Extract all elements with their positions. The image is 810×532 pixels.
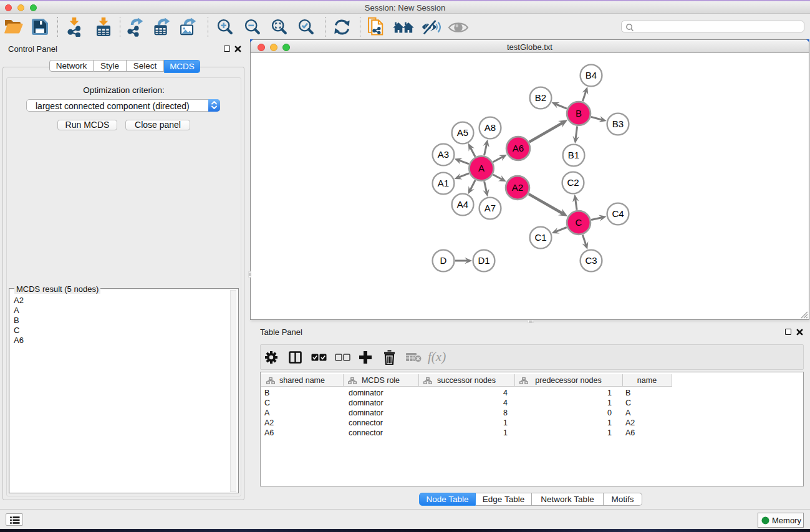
svg-text:C4: C4 xyxy=(612,208,624,219)
svg-text:B4: B4 xyxy=(586,70,597,80)
svg-text:C2: C2 xyxy=(567,177,579,188)
svg-text:A8: A8 xyxy=(485,122,496,133)
svg-text:D: D xyxy=(440,255,447,266)
svg-text:A5: A5 xyxy=(457,127,468,138)
svg-text:A1: A1 xyxy=(438,178,449,188)
svg-text:A: A xyxy=(478,163,485,173)
svg-text:C1: C1 xyxy=(534,232,546,243)
svg-text:A4: A4 xyxy=(457,199,468,210)
svg-text:C: C xyxy=(576,217,582,228)
svg-text:B2: B2 xyxy=(535,92,546,103)
svg-text:B3: B3 xyxy=(612,118,624,129)
svg-text:A3: A3 xyxy=(438,149,449,160)
svg-text:C3: C3 xyxy=(585,255,597,266)
svg-text:D1: D1 xyxy=(478,255,489,266)
svg-text:B1: B1 xyxy=(568,150,579,160)
svg-text:A6: A6 xyxy=(513,143,524,153)
svg-text:B: B xyxy=(576,108,582,118)
svg-text:A2: A2 xyxy=(512,182,523,193)
svg-text:A7: A7 xyxy=(485,203,496,213)
